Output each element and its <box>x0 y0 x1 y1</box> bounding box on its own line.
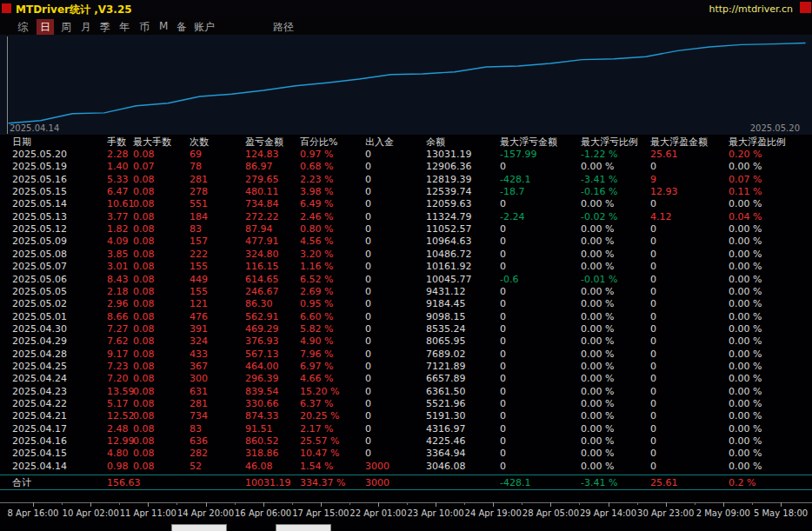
table-cell: 2025.05.16 <box>12 174 67 186</box>
table-cell: 86.97 <box>245 161 273 173</box>
table-cell: 0 <box>365 398 371 410</box>
table-cell: 121 <box>190 298 208 310</box>
table-cell: 0 <box>365 298 371 310</box>
table-cell: 0 <box>365 361 371 373</box>
table-cell: 0 <box>650 410 656 422</box>
table-cell: -0.6 <box>500 274 518 286</box>
table-cell: 0 <box>650 461 656 473</box>
table-row[interactable]: 2025.05.083.850.08222324.803.20 %010486.… <box>0 249 812 262</box>
table-cell: 8.43 <box>107 274 129 286</box>
table-row[interactable]: 2025.05.018.660.08476562.916.60 %09098.1… <box>0 311 812 324</box>
bottom-select-2[interactable] <box>276 524 331 531</box>
table-cell: 0 <box>650 286 656 298</box>
table-cell: 116.15 <box>245 261 279 273</box>
table-cell: 0.00 % <box>581 323 614 335</box>
table-cell: 2.18 <box>107 286 129 298</box>
table-cell: 631 <box>190 386 208 398</box>
table-cell: 2025.04.16 <box>12 435 67 448</box>
table-cell: 0 <box>500 373 506 385</box>
table-cell: 0.00 % <box>729 410 762 422</box>
table-cell: 8.66 <box>107 311 129 323</box>
table-row[interactable]: 2025.04.289.170.08433567.137.96 %07689.0… <box>0 348 812 362</box>
table-cell: 5191.30 <box>426 410 466 422</box>
table-row[interactable]: 2025.04.307.270.08391469.295.82 %08535.2… <box>0 323 812 336</box>
table-row[interactable]: 2025.05.1410.610.08551734.846.49 %012059… <box>0 198 812 211</box>
table-cell: 0 <box>500 323 506 335</box>
table-row[interactable]: 2025.04.1612.990.08636860.5225.57 %04225… <box>0 435 812 448</box>
table-row[interactable]: 2025.04.2313.590.08631839.5415.20 %06361… <box>0 386 812 399</box>
table-cell: 2.69 % <box>300 286 333 298</box>
table-cell: 0.08 <box>133 461 155 473</box>
table-cell: 9.17 <box>107 348 129 361</box>
table-cell: 2.17 % <box>300 423 333 435</box>
table-row[interactable]: 2025.04.257.230.08367464.006.97 %07121.8… <box>0 361 812 374</box>
table-cell: 318.86 <box>245 448 279 460</box>
table-cell: 2025.05.06 <box>12 274 67 286</box>
time-axis-tick <box>723 502 724 507</box>
bottom-select-1[interactable] <box>171 524 227 531</box>
table-cell: 0 <box>650 373 656 385</box>
table-cell: 4316.97 <box>426 423 466 435</box>
table-cell: 0.08 <box>133 198 155 210</box>
time-axis-tick <box>609 502 609 507</box>
table-cell: 6657.89 <box>426 373 466 385</box>
table-row[interactable]: 2025.05.121.820.088387.940.80 %011052.57… <box>0 223 812 236</box>
table-row[interactable]: 2025.05.202.280.0869124.830.97 %013031.1… <box>0 149 812 162</box>
table-row[interactable]: 2025.04.225.170.08281330.666.37 %05521.9… <box>0 398 812 411</box>
table-row[interactable]: 2025.04.172.480.088391.512.17 %04316.970… <box>0 423 812 436</box>
table-row[interactable]: 2025.05.156.470.08278480.113.98 %012539.… <box>0 186 812 199</box>
table-row[interactable]: 2025.05.052.180.08155246.672.69 %09431.1… <box>0 286 812 299</box>
table-cell: 0.00 % <box>729 335 762 348</box>
table-cell: 6.52 % <box>300 274 333 286</box>
table-cell: 3.01 <box>107 261 129 273</box>
table-cell: 12539.74 <box>426 186 472 198</box>
table-row[interactable]: 2025.05.191.400.077886.970.68 %012906.36… <box>0 161 812 174</box>
table-cell: 0 <box>365 386 371 398</box>
table-cell: 87.94 <box>245 223 273 236</box>
table-cell: 2.96 <box>107 298 129 310</box>
table-cell: 0.08 <box>133 236 155 248</box>
table-cell: -1.22 % <box>581 149 617 161</box>
time-axis-label: 28 Apr 05:00 <box>522 508 579 518</box>
time-axis-line <box>0 502 812 503</box>
table-cell: 334.37 % <box>300 477 345 489</box>
column-header: 余额 <box>426 136 445 149</box>
table-row[interactable]: 2025.04.247.200.08300296.394.66 %06657.8… <box>0 373 812 386</box>
table-cell: 0.08 <box>133 211 155 223</box>
time-axis-minor-tick <box>695 502 696 505</box>
table-row[interactable]: 2025.05.133.770.08184272.222.46 %011324.… <box>0 211 812 224</box>
column-header: 日期 <box>12 136 31 149</box>
table-cell: 391 <box>190 323 208 335</box>
table-row[interactable]: 2025.05.165.330.08281279.652.23 %012819.… <box>0 174 812 187</box>
table-cell: 0.00 % <box>581 198 614 210</box>
table-cell: 5.17 <box>107 398 129 410</box>
table-cell: 0.00 % <box>581 223 614 236</box>
table-cell: 376.93 <box>245 335 279 348</box>
table-cell: 0 <box>650 249 656 261</box>
table-cell: 0.00 % <box>729 398 762 410</box>
table-row[interactable]: 2025.05.094.090.08157477.914.56 %010964.… <box>0 236 812 249</box>
table-cell: 0 <box>365 186 371 198</box>
table-cell: 2025.05.01 <box>12 311 67 323</box>
table-cell: 0 <box>365 149 371 161</box>
table-cell: 10161.92 <box>426 261 472 273</box>
table-row[interactable]: 2025.04.2112.520.08734874.3320.25 %05191… <box>0 410 812 423</box>
table-cell: 15.20 % <box>300 386 339 398</box>
table-row[interactable]: 2025.04.140.980.085246.081.54 %30003046.… <box>0 461 812 474</box>
table-cell: 0 <box>500 361 506 373</box>
table-cell: 0.00 % <box>729 373 762 385</box>
table-row[interactable]: 2025.04.297.620.08324376.934.90 %08065.9… <box>0 335 812 348</box>
table-row[interactable]: 2025.05.068.430.08449614.656.52 %010045.… <box>0 274 812 287</box>
table-cell: 4.12 <box>650 211 672 223</box>
table-cell: 2025.05.15 <box>12 186 67 198</box>
table-cell: 0.00 % <box>581 261 614 273</box>
table-cell: -2.24 <box>500 211 524 223</box>
table-row[interactable]: 2025.05.022.960.0812186.300.95 %09184.45… <box>0 298 812 311</box>
table-cell: 0 <box>650 261 656 273</box>
table-cell: 2025.05.07 <box>12 261 67 273</box>
table-cell: 12819.39 <box>426 174 472 186</box>
table-cell: 0.00 % <box>729 223 762 236</box>
table-row[interactable]: 2025.05.073.010.08155116.151.16 %010161.… <box>0 261 812 274</box>
time-axis-tick <box>321 502 322 507</box>
table-row[interactable]: 2025.04.154.800.08282318.8610.47 %03364.… <box>0 448 812 461</box>
